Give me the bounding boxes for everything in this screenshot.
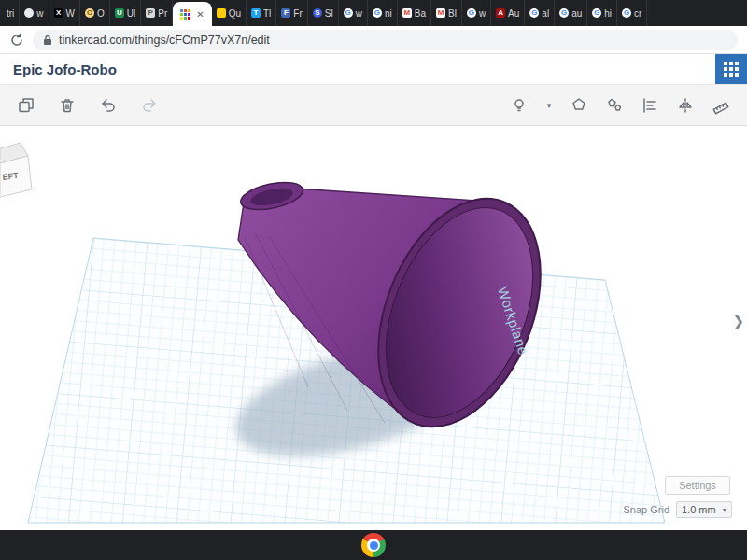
ruler-icon: [712, 96, 730, 115]
favicon: P: [146, 8, 155, 18]
tab-title: ni: [385, 8, 392, 19]
favicon: X: [54, 8, 63, 18]
tab-close-icon[interactable]: ✕: [196, 9, 204, 20]
snap-grid-select[interactable]: 1.0 mm ▾: [676, 501, 732, 518]
browser-tab[interactable]: XW: [49, 0, 80, 26]
browser-tab[interactable]: FFr: [276, 0, 307, 26]
address-bar[interactable]: tinkercad.com/things/cFCmP77vX7n/edit: [33, 30, 738, 50]
favicon: M: [436, 8, 445, 18]
view-cube-face-label: EFT: [2, 171, 20, 182]
lock-icon: [43, 35, 52, 46]
browser-toolbar: tinkercad.com/things/cFCmP77vX7n/edit: [0, 26, 747, 54]
undo-button[interactable]: [97, 92, 120, 119]
browser-tab[interactable]: Gcr: [617, 0, 647, 26]
trash-icon: [58, 96, 77, 115]
browser-tab[interactable]: UUl: [110, 0, 141, 26]
tab-title: hi: [604, 8, 612, 19]
chrome-icon[interactable]: [361, 533, 386, 557]
tab-title: w: [356, 8, 362, 19]
browser-tab[interactable]: tri: [2, 0, 20, 26]
tab-title: al: [542, 8, 549, 19]
delete-button[interactable]: [56, 92, 78, 119]
google-favicon: G: [344, 8, 353, 18]
design-canvas: EFT Workplane ❯ Settings Snap Grid 1.0 m…: [0, 126, 747, 530]
google-favicon: G: [467, 8, 476, 18]
tab-title: Pr: [158, 8, 167, 19]
favicon: A: [496, 8, 505, 18]
google-favicon: G: [559, 8, 569, 18]
favicon: ⚡: [217, 8, 226, 18]
browser-tab[interactable]: TTl: [247, 0, 276, 26]
undo-icon: [99, 96, 118, 115]
tab-title: w: [479, 8, 486, 19]
tab-title: au: [571, 8, 582, 19]
align-icon: [641, 96, 659, 115]
google-favicon: G: [592, 8, 601, 18]
ruler-button[interactable]: [710, 92, 732, 119]
mirror-button[interactable]: [674, 92, 697, 119]
tab-title: Sl: [325, 8, 333, 19]
browser-tab[interactable]: OO: [80, 0, 110, 26]
light-dropdown-caret-icon[interactable]: ▾: [543, 101, 555, 110]
tinkercad-favicon: [180, 9, 190, 20]
lightbulb-icon: [510, 96, 529, 115]
view-cube[interactable]: EFT: [0, 137, 41, 206]
app-header: Epic Jofo-Robo: [0, 54, 747, 85]
browser-tab[interactable]: w: [20, 0, 49, 26]
duplicate-button[interactable]: [15, 92, 37, 119]
google-favicon: G: [373, 8, 382, 18]
favicon: S: [313, 8, 322, 18]
browser-tab[interactable]: SSl: [308, 0, 339, 26]
snap-grid-value: 1.0 mm: [682, 504, 716, 515]
tab-title: Fr: [293, 8, 302, 19]
browser-tab[interactable]: PPr: [141, 0, 173, 26]
browser-tab[interactable]: MBl: [431, 0, 462, 26]
tab-strip: triwXWOOUUlPPr✕⚡QuTTlFFrSSlGwGniMBaMBlGw…: [0, 0, 747, 26]
browser-tab[interactable]: Gal: [525, 0, 555, 26]
editor-toolbar: ▾: [0, 85, 747, 126]
tab-title: Tl: [263, 8, 271, 19]
tab-title: Au: [508, 8, 519, 19]
browser-tab[interactable]: AAu: [491, 0, 525, 26]
group-button[interactable]: [568, 92, 590, 119]
browser-tab[interactable]: MBa: [398, 0, 431, 26]
ungroup-button[interactable]: [603, 92, 626, 119]
url-text: tinkercad.com/things/cFCmP77vX7n/edit: [59, 34, 270, 47]
tab-title: O: [97, 8, 105, 19]
show-hide-button[interactable]: [508, 92, 530, 119]
dashboard-grid-button[interactable]: [715, 54, 747, 84]
browser-tab[interactable]: Gw: [339, 0, 368, 26]
favicon: T: [251, 8, 261, 18]
reload-icon[interactable]: [9, 33, 24, 48]
snap-grid-control: Snap Grid 1.0 mm ▾: [623, 501, 732, 518]
browser-tab[interactable]: Gni: [368, 0, 398, 26]
tab-title: cr: [634, 8, 641, 19]
tab-title: Bl: [448, 8, 457, 19]
browser-tab[interactable]: Ghi: [587, 0, 617, 26]
tab-title: W: [66, 8, 75, 19]
browser-tab[interactable]: ⚡Qu: [212, 0, 247, 26]
browser-tab[interactable]: Gau: [555, 0, 587, 26]
browser-tab-active[interactable]: ✕: [173, 2, 211, 26]
favicon: M: [402, 8, 412, 18]
settings-button[interactable]: Settings: [665, 476, 730, 495]
redo-icon: [140, 96, 159, 115]
align-button[interactable]: [639, 92, 661, 119]
tab-title: Qu: [229, 8, 241, 19]
tab-title: w: [36, 8, 43, 19]
3d-viewport[interactable]: [0, 126, 747, 530]
favicon: O: [85, 8, 94, 18]
grid-icon: [724, 62, 739, 77]
redo-button[interactable]: [138, 92, 161, 119]
panel-expand-chevron[interactable]: ❯: [732, 313, 744, 329]
favicon: F: [281, 8, 290, 18]
google-favicon: G: [622, 8, 631, 18]
snap-grid-label: Snap Grid: [623, 504, 669, 515]
google-favicon: G: [529, 8, 539, 18]
mirror-icon: [676, 96, 695, 115]
duplicate-icon: [17, 96, 35, 115]
favicon: U: [115, 8, 124, 18]
design-title: Epic Jofo-Robo: [13, 62, 117, 77]
browser-tab[interactable]: Gw: [462, 0, 491, 26]
ungroup-icon: [605, 96, 624, 115]
